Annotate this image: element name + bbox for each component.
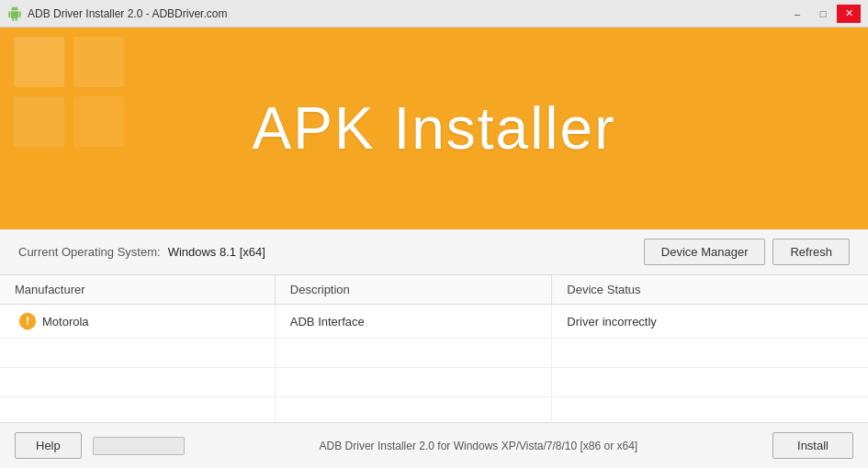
device-table-area: Manufacturer Description Device Status !… xyxy=(0,275,868,422)
manufacturer-name: Motorola xyxy=(42,315,89,329)
table-row-empty xyxy=(0,339,868,368)
warning-icon: ! xyxy=(18,312,37,330)
svg-rect-2 xyxy=(14,96,64,147)
titlebar-controls: – □ ✕ xyxy=(785,5,861,23)
main-content: APK Installer Current Operating System: … xyxy=(0,28,868,468)
os-value: Windows 8.1 [x64] xyxy=(168,245,265,259)
os-info: Current Operating System: Windows 8.1 [x… xyxy=(18,245,265,259)
minimize-button[interactable]: – xyxy=(785,5,809,23)
help-button[interactable]: Help xyxy=(15,432,82,459)
maximize-button[interactable]: □ xyxy=(811,5,835,23)
cell-status: Driver incorrectly xyxy=(552,305,868,339)
titlebar-title: ADB Driver Installer 2.0 - ADBDriver.com xyxy=(28,7,227,20)
install-button[interactable]: Install xyxy=(772,432,853,459)
refresh-button[interactable]: Refresh xyxy=(772,239,850,265)
svg-rect-0 xyxy=(14,37,64,87)
titlebar-left: ADB Driver Installer 2.0 - ADBDriver.com xyxy=(7,6,227,21)
table-header-row: Manufacturer Description Device Status xyxy=(0,275,868,305)
col-manufacturer: Manufacturer xyxy=(0,275,275,305)
warning-cell: ! Motorola xyxy=(15,312,260,330)
close-button[interactable]: ✕ xyxy=(837,5,861,23)
svg-rect-1 xyxy=(73,37,124,87)
table-row: ! MotorolaADB InterfaceDriver incorrectl… xyxy=(0,305,868,339)
cell-manufacturer: ! Motorola xyxy=(0,305,275,339)
cell-description: ADB Interface xyxy=(275,305,552,339)
os-label: Current Operating System: xyxy=(18,245,161,259)
svg-text:!: ! xyxy=(26,315,29,328)
svg-rect-3 xyxy=(73,96,124,147)
device-table: Manufacturer Description Device Status !… xyxy=(0,275,868,422)
col-description: Description xyxy=(275,275,552,305)
android-icon xyxy=(7,6,22,21)
info-buttons: Device Manager Refresh xyxy=(644,239,850,265)
banner: APK Installer xyxy=(0,28,868,229)
progress-bar xyxy=(93,437,185,455)
footer-description: ADB Driver Installer 2.0 for Windows XP/… xyxy=(196,440,761,452)
titlebar: ADB Driver Installer 2.0 - ADBDriver.com… xyxy=(0,0,868,28)
col-status: Device Status xyxy=(552,275,868,305)
table-row-empty xyxy=(0,397,868,423)
info-bar: Current Operating System: Windows 8.1 [x… xyxy=(0,229,868,275)
banner-title: APK Installer xyxy=(253,95,616,162)
footer-bar: Help ADB Driver Installer 2.0 for Window… xyxy=(0,422,868,468)
device-manager-button[interactable]: Device Manager xyxy=(644,239,766,265)
table-row-empty xyxy=(0,368,868,397)
